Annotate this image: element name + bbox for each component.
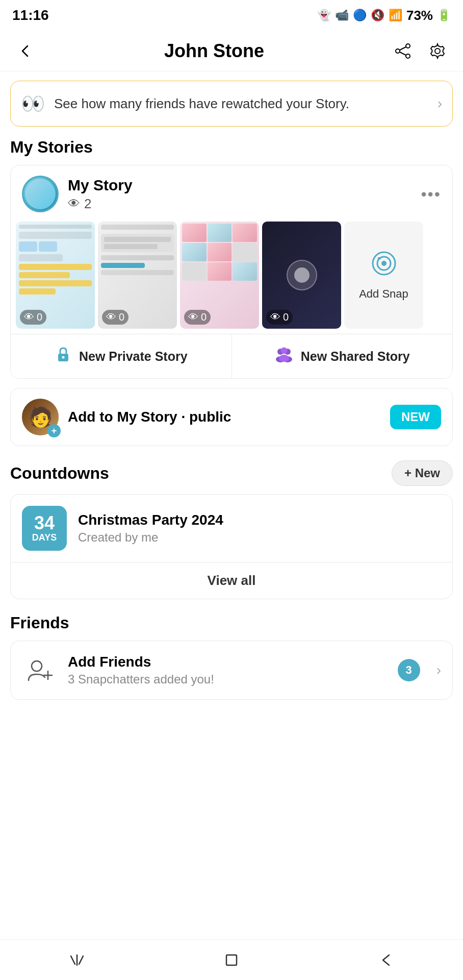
svg-point-11: [62, 356, 64, 359]
story-info: My Story 👁 2: [68, 177, 411, 212]
svg-rect-24: [226, 955, 237, 965]
mute-icon: 🔇: [371, 9, 384, 22]
story-thumbnail-1[interactable]: 👁 0: [16, 222, 95, 329]
new-shared-story-button[interactable]: New Shared Story: [232, 334, 453, 378]
wifi-icon: 📶: [389, 9, 402, 22]
rewatch-emoji: 👀: [21, 92, 45, 115]
svg-line-21: [71, 956, 75, 964]
share-button[interactable]: [392, 40, 414, 62]
eye-icon: 👁: [68, 197, 80, 211]
add-to-story-card[interactable]: 🧑 + Add to My Story · public NEW: [10, 388, 453, 446]
thumb-eye-icon-2: 👁: [106, 311, 116, 323]
view-all-row[interactable]: View all: [11, 562, 452, 599]
svg-rect-9: [378, 257, 381, 259]
nav-menu-button[interactable]: [62, 945, 92, 975]
status-bar: 11:16 👻 📹 🔵 🔇 📶 73% 🔋: [0, 0, 463, 31]
new-story-row: New Private Story New Shared Story: [11, 334, 452, 378]
svg-point-8: [381, 261, 387, 266]
countdown-sub: Created by me: [78, 530, 441, 545]
nav-back-icon: [377, 951, 395, 969]
my-story-header: My Story 👁 2 •••: [11, 165, 452, 217]
friends-card: Add Friends 3 Snapchatters added you! 3 …: [10, 641, 453, 700]
header: John Stone: [0, 31, 463, 71]
mockup-bar: [19, 225, 92, 229]
friend-arrow-icon: ›: [436, 662, 441, 678]
bottom-nav: [0, 939, 463, 980]
status-icons: 👻 📹 🔵 🔇 📶 73% 🔋: [317, 8, 451, 23]
rewatch-banner[interactable]: 👀 See how many friends have rewatched yo…: [10, 81, 453, 127]
rewatch-arrow-icon: ›: [438, 95, 442, 112]
group-icon: [274, 346, 294, 367]
view-count: 2: [84, 196, 91, 212]
share-icon: [394, 42, 412, 60]
svg-point-5: [435, 48, 440, 54]
camera-icon: [371, 250, 397, 282]
new-badge: NEW: [390, 405, 441, 429]
view-all-label: View all: [208, 573, 256, 588]
more-options-button[interactable]: •••: [421, 185, 441, 204]
add-friends-item[interactable]: Add Friends 3 Snapchatters added you! 3 …: [11, 641, 452, 699]
friend-info: Add Friends 3 Snapchatters added you!: [68, 654, 388, 687]
settings-button[interactable]: [426, 40, 449, 62]
thumb-view-count-2: 0: [119, 311, 124, 323]
countdown-days-box: 34 DAYS: [22, 506, 67, 551]
friends-title: Friends: [10, 614, 453, 632]
bluetooth-icon: 🔵: [353, 9, 367, 22]
thumb-eye-icon-1: 👁: [24, 311, 34, 323]
thumb-views-4: 👁 0: [266, 310, 293, 325]
thumb-view-count-4: 0: [283, 311, 289, 323]
svg-point-0: [406, 44, 410, 48]
friend-title: Add Friends: [68, 654, 388, 670]
nav-home-button[interactable]: [216, 945, 247, 975]
page-title: John Stone: [164, 40, 264, 62]
thumb-eye-icon-4: 👁: [270, 311, 280, 323]
story-views: 👁 2: [68, 196, 411, 212]
add-story-label: Add to My Story · public: [68, 409, 381, 425]
story-thumbnail-2[interactable]: 👁 0: [98, 222, 177, 329]
home-icon: [222, 951, 241, 969]
svg-point-14: [280, 348, 287, 354]
story-thumbnail-3[interactable]: 👁 0: [180, 222, 259, 329]
my-story-avatar: [22, 176, 59, 212]
svg-point-1: [406, 54, 410, 58]
mockup-item: [19, 232, 92, 239]
avatar-image: [25, 179, 56, 209]
back-button[interactable]: [14, 40, 37, 62]
header-actions: [392, 40, 449, 62]
story-name: My Story: [68, 177, 411, 194]
back-arrow-icon: [18, 44, 33, 58]
svg-line-4: [400, 52, 406, 55]
add-snap-button[interactable]: Add Snap: [344, 222, 423, 329]
svg-line-23: [79, 956, 83, 964]
friend-sub: 3 Snapchatters added you!: [68, 672, 388, 687]
nav-back-button[interactable]: [371, 945, 401, 975]
svg-line-3: [400, 47, 406, 50]
new-private-story-button[interactable]: New Private Story: [11, 334, 232, 378]
plus-icon: +: [47, 424, 61, 437]
countdown-item[interactable]: 34 DAYS Christmas Party 2024 Created by …: [11, 495, 452, 562]
thumb-views-1: 👁 0: [20, 310, 46, 325]
new-countdown-button[interactable]: + New: [392, 460, 453, 486]
thumb-grid-3: [180, 222, 259, 283]
svg-point-2: [396, 49, 400, 53]
countdown-title: Christmas Party 2024: [78, 512, 441, 528]
battery-icon: 🔋: [437, 9, 451, 22]
thumb-view-count-3: 0: [201, 311, 207, 323]
snapchat-status-icon: 👻: [317, 9, 331, 22]
gear-icon: [428, 42, 447, 60]
story-thumbnails: 👁 0 👁 0: [11, 217, 452, 334]
friend-badge: 3: [398, 659, 420, 681]
add-friend-icon: [22, 652, 58, 688]
thumb-eye-icon-3: 👁: [188, 311, 198, 323]
thumb-view-count-1: 0: [37, 311, 42, 323]
rewatch-text: See how many friends have rewatched your…: [54, 96, 428, 112]
countdown-number: 34: [34, 514, 55, 532]
svg-point-18: [32, 661, 42, 671]
lock-icon: [55, 346, 72, 367]
story-thumbnail-4[interactable]: 👁 0: [262, 222, 341, 329]
new-private-story-label: New Private Story: [79, 349, 188, 364]
video-status-icon: 📹: [335, 9, 349, 22]
thumb-views-2: 👁 0: [102, 310, 128, 325]
countdowns-card: 34 DAYS Christmas Party 2024 Created by …: [10, 494, 453, 599]
status-time: 11:16: [12, 7, 49, 23]
